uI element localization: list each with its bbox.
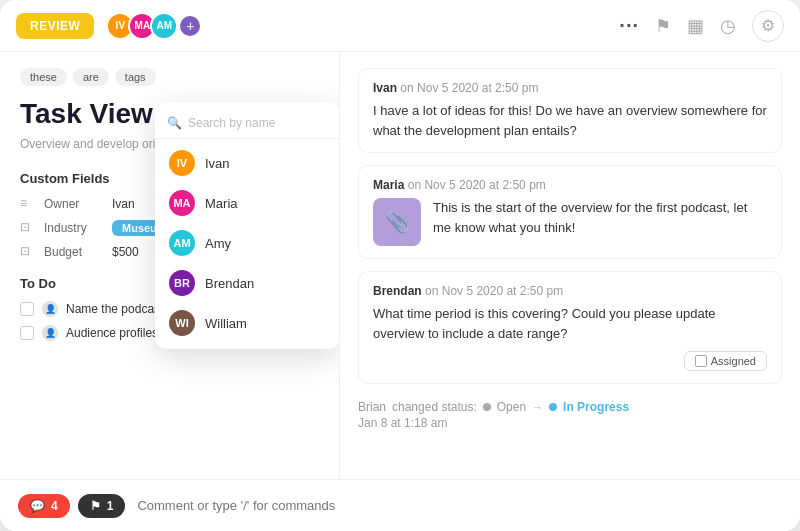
tag-these[interactable]: these (20, 68, 67, 86)
badge-red[interactable]: 💬 4 (18, 494, 70, 518)
person-name-amy: Amy (205, 236, 231, 251)
person-name-william: William (205, 316, 247, 331)
todo-text-0: Name the podcast (66, 302, 163, 316)
status-action: changed status: (392, 400, 477, 414)
left-panel: these are tags Task View Overview and de… (0, 52, 340, 479)
avatar-ivan-dd: IV (169, 150, 195, 176)
comment-author-1: Maria (373, 178, 404, 192)
assigned-label: Assigned (711, 355, 756, 367)
search-input[interactable] (188, 116, 328, 130)
bottom-badges: 💬 4 ⚑ 1 (18, 494, 125, 518)
app-window: REVIEW IV MA AM + ··· ⚑ ▦ ◷ ⚙ these are … (0, 0, 800, 531)
dropdown-item-amy[interactable]: AM Amy (155, 223, 340, 263)
main-content: these are tags Task View Overview and de… (0, 52, 800, 479)
comment-meta-0: on Nov 5 2020 at 2:50 pm (400, 81, 538, 95)
badge-red-icon: 💬 (30, 499, 45, 513)
badge-red-count: 4 (51, 499, 58, 513)
flag-button[interactable]: ⚑ (655, 15, 671, 37)
dropdown-item-william[interactable]: WI William (155, 303, 340, 343)
comment-header-1: Maria on Nov 5 2020 at 2:50 pm (373, 178, 767, 192)
add-member-button[interactable]: + (180, 16, 200, 36)
comment-author-0: Ivan (373, 81, 397, 95)
todo-user-icon-0: 👤 (42, 301, 58, 317)
search-icon: 🔍 (167, 116, 182, 130)
comment-card-2: Brendan on Nov 5 2020 at 2:50 pm What ti… (358, 271, 782, 384)
budget-value: $500 (112, 245, 139, 259)
tag-tags[interactable]: tags (115, 68, 156, 86)
comment-header-0: Ivan on Nov 5 2020 at 2:50 pm (373, 81, 767, 95)
todo-checkbox-0[interactable] (20, 302, 34, 316)
badge-dark-icon: ⚑ (90, 499, 101, 513)
todo-checkbox-1[interactable] (20, 326, 34, 340)
top-bar: REVIEW IV MA AM + ··· ⚑ ▦ ◷ ⚙ (0, 0, 800, 52)
status-change: Brian changed status: Open → In Progress… (358, 396, 782, 434)
bottom-bar: 💬 4 ⚑ 1 (0, 479, 800, 531)
budget-icon: ⊡ (20, 244, 36, 260)
tags-row: these are tags (20, 68, 319, 86)
owner-icon: ≡ (20, 196, 36, 212)
badge-dark-count: 1 (107, 499, 114, 513)
people-dropdown: 🔍 IV Ivan MA Maria AM Amy BR Brendan (155, 102, 340, 349)
status-timestamp: Jan 8 at 1:18 am (358, 416, 782, 430)
person-name-maria: Maria (205, 196, 238, 211)
clock-button[interactable]: ◷ (720, 15, 736, 37)
status-dot-open (483, 403, 491, 411)
comment-with-attachment: 📎 This is the start of the overview for … (373, 198, 767, 246)
owner-label: Owner (44, 197, 104, 211)
settings-button[interactable]: ⚙ (752, 10, 784, 42)
budget-label: Budget (44, 245, 104, 259)
person-name-ivan: Ivan (205, 156, 230, 171)
comment-actions-2: Assigned (373, 351, 767, 371)
owner-value: Ivan (112, 197, 135, 211)
industry-icon: ⊡ (20, 220, 36, 236)
assigned-checkbox (695, 355, 707, 367)
dropdown-item-maria[interactable]: MA Maria (155, 183, 340, 223)
comment-meta-2: on Nov 5 2020 at 2:50 pm (425, 284, 563, 298)
dropdown-item-ivan[interactable]: IV Ivan (155, 143, 340, 183)
avatar-maria-dd: MA (169, 190, 195, 216)
assigned-badge[interactable]: Assigned (684, 351, 767, 371)
arrow-icon: → (532, 401, 543, 413)
right-panel: Ivan on Nov 5 2020 at 2:50 pm I have a l… (340, 52, 800, 479)
avatar-william-dd: WI (169, 310, 195, 336)
avatar-amy: AM (150, 12, 178, 40)
tag-are[interactable]: are (73, 68, 109, 86)
avatar-group: IV MA AM + (106, 12, 200, 40)
comment-card-0: Ivan on Nov 5 2020 at 2:50 pm I have a l… (358, 68, 782, 153)
more-options-button[interactable]: ··· (619, 14, 639, 37)
dropdown-item-brendan[interactable]: BR Brendan (155, 263, 340, 303)
comment-text-1: This is the start of the overview for th… (433, 198, 767, 237)
attachment-thumbnail[interactable]: 📎 (373, 198, 421, 246)
comment-header-2: Brendan on Nov 5 2020 at 2:50 pm (373, 284, 767, 298)
status-dot-progress (549, 403, 557, 411)
comment-meta-1: on Nov 5 2020 at 2:50 pm (408, 178, 546, 192)
settings-icon: ⚙ (761, 16, 775, 35)
comment-text-2: What time period is this covering? Could… (373, 304, 767, 343)
top-bar-icons: ··· ⚑ ▦ ◷ ⚙ (619, 10, 784, 42)
review-button[interactable]: REVIEW (16, 13, 94, 39)
status-actor: Brian (358, 400, 386, 414)
todo-user-icon-1: 👤 (42, 325, 58, 341)
comment-input[interactable] (137, 498, 782, 513)
avatar-brendan-dd: BR (169, 270, 195, 296)
avatar-amy-dd: AM (169, 230, 195, 256)
status-to: In Progress (563, 400, 629, 414)
person-name-brendan: Brendan (205, 276, 254, 291)
comment-author-2: Brendan (373, 284, 422, 298)
badge-dark[interactable]: ⚑ 1 (78, 494, 126, 518)
status-change-row: Brian changed status: Open → In Progress (358, 400, 782, 414)
calendar-button[interactable]: ▦ (687, 15, 704, 37)
status-from: Open (497, 400, 526, 414)
comment-card-1: Maria on Nov 5 2020 at 2:50 pm 📎 This is… (358, 165, 782, 259)
comment-text-0: I have a lot of ideas for this! Do we ha… (373, 101, 767, 140)
industry-label: Industry (44, 221, 104, 235)
todo-text-1: Audience profiles (66, 326, 158, 340)
dropdown-search-row: 🔍 (155, 112, 340, 139)
